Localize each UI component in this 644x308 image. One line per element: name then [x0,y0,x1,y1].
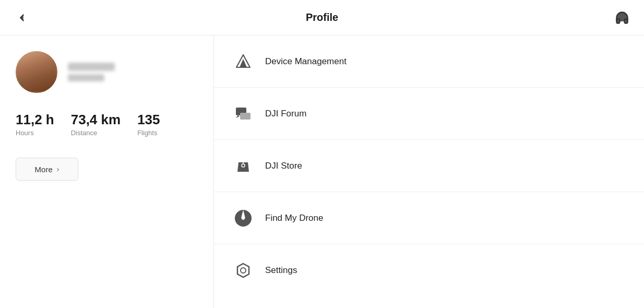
store-icon [233,156,254,176]
headphone-icon [615,10,629,25]
stat-distance-label: Distance [71,129,98,137]
stats-row: 11,2 h Hours 73,4 km Distance 135 Flight… [16,112,198,137]
stat-flights-value: 135 [137,112,160,128]
stat-flights: 135 Flights [137,112,160,137]
chevron-right-icon: › [57,165,59,173]
drone-icon [233,51,254,72]
left-panel: 11,2 h Hours 73,4 km Distance 135 Flight… [0,35,214,308]
username [68,63,115,71]
stat-distance: 73,4 km Distance [71,112,121,137]
user-subtitle [68,74,104,81]
svg-marker-4 [236,115,240,118]
stat-hours: 11,2 h Hours [16,112,54,137]
forum-icon [233,103,254,124]
stat-hours-value: 11,2 h [16,112,54,128]
main-content: 11,2 h Hours 73,4 km Distance 135 Flight… [0,35,644,308]
menu-item-device-management[interactable]: Device Management [214,35,644,88]
svg-point-8 [242,217,245,220]
page-title: Profile [306,11,338,23]
menu-item-dji-forum[interactable]: DJI Forum [214,88,644,140]
svg-point-9 [241,268,246,273]
stat-hours-label: Hours [16,129,34,137]
menu-label-dji-store: DJI Store [265,161,302,171]
menu-item-find-my-drone[interactable]: Find My Drone [214,192,644,244]
back-button[interactable] [13,8,31,27]
menu-label-dji-forum: DJI Forum [265,109,306,119]
menu-label-find-my-drone: Find My Drone [265,213,323,223]
location-icon [233,208,254,229]
right-panel: Device Management DJI Forum [214,35,644,308]
more-button[interactable]: More › [16,158,78,181]
svg-rect-3 [240,113,251,120]
header: Profile [0,0,644,35]
user-text [68,63,115,81]
menu-item-settings[interactable]: Settings [214,244,644,297]
support-button[interactable] [613,8,631,27]
settings-icon [233,260,254,281]
avatar[interactable] [16,51,57,93]
stat-distance-value: 73,4 km [71,112,121,128]
user-info [16,51,198,93]
more-label: More [35,165,53,174]
stat-flights-label: Flights [137,129,157,137]
menu-label-settings: Settings [265,265,297,276]
menu-label-device-management: Device Management [265,56,347,67]
menu-item-dji-store[interactable]: DJI Store [214,140,644,192]
